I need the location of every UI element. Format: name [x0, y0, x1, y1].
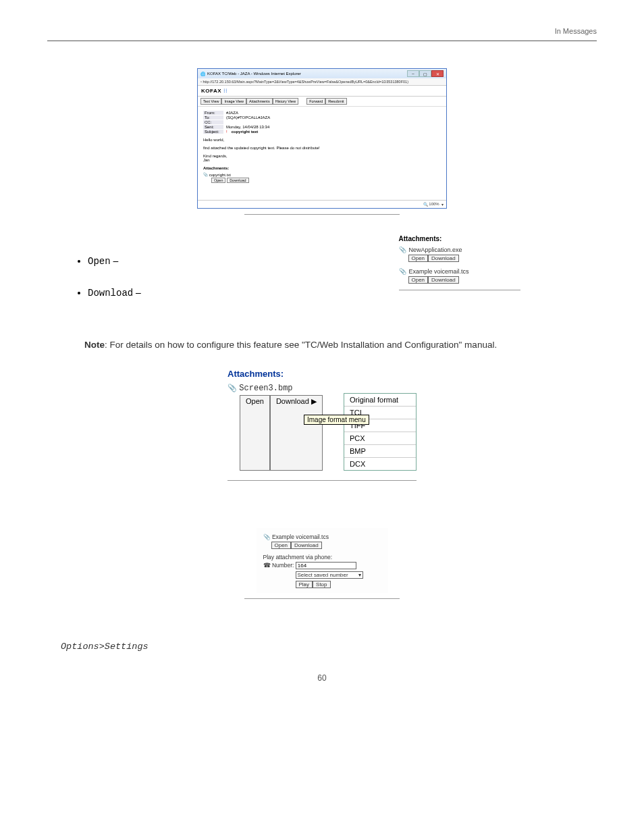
attachments-panel: Attachments: 📎NewApplication.exe OpenDow…	[399, 235, 520, 283]
format-option-dcx[interactable]: DCX	[344, 458, 416, 470]
tab-image-view[interactable]: Image View	[221, 98, 246, 105]
open-button[interactable]: Open	[408, 276, 429, 284]
ie-window: 🌐 KOFAX TC/Web - JAZA - Windows Internet…	[197, 68, 447, 209]
attachment-exe-name: NewApplication.exe	[409, 246, 462, 253]
paperclip-icon: 📎	[263, 533, 271, 540]
attachments-heading-2: Attachments:	[399, 235, 520, 242]
phone-icon: ☎	[263, 562, 271, 569]
voicemail-file-name: Example voicemail.tcs	[272, 533, 329, 540]
window-title: KOFAX TC/Web - JAZA - Windows Internet E…	[207, 72, 301, 76]
download-button[interactable]: Download	[227, 178, 248, 183]
format-option-original[interactable]: Original format	[344, 394, 416, 407]
to-value: (SQA)#TOPCALL#JAZA	[226, 115, 270, 120]
open-button[interactable]: Open	[211, 178, 225, 183]
attachment-name: copyright.txt	[209, 173, 231, 177]
chevron-down-icon: ▾	[358, 572, 361, 578]
download-button[interactable]: Download	[428, 276, 459, 284]
brand-bar: KOFAX ⁞⁞	[198, 86, 446, 97]
note-label: Note	[84, 340, 105, 350]
attachments-heading: Attachments:	[203, 166, 441, 170]
note-body: : For details on how to configure this f…	[105, 340, 497, 350]
tab-history-view[interactable]: History View	[273, 98, 298, 105]
note-paragraph: Note: For details on how to configure th…	[84, 339, 560, 352]
format-panel: Attachments: 📎 Screen3.bmp Open Download…	[227, 369, 417, 471]
address-bar[interactable]: ▫ http://172.20.150.63/Main.aspx?MainTyp…	[198, 78, 446, 86]
number-input[interactable]	[296, 562, 356, 569]
download-button[interactable]: Download	[428, 255, 459, 262]
window-maximize-button[interactable]: ▢	[419, 70, 431, 77]
zoom-icon: 🔍	[423, 202, 428, 207]
saved-number-select[interactable]: Select saved number▾	[296, 571, 363, 579]
subject-label: Subject:	[203, 130, 223, 134]
tab-text-view[interactable]: Text View	[200, 98, 221, 105]
to-label: To:	[203, 115, 223, 120]
paperclip-icon: 📎	[399, 246, 406, 253]
from-label: From:	[203, 111, 223, 115]
paperclip-icon: 📎	[203, 173, 208, 177]
paperclip-icon: 📎	[399, 268, 406, 275]
tab-attachments[interactable]: Attachments	[246, 98, 273, 105]
subject-value: copyright text	[232, 130, 259, 134]
download-button[interactable]: Download ▶	[270, 395, 323, 471]
message-line-1: Hello world,	[203, 138, 441, 142]
status-bar: 🔍 100% ▾	[198, 200, 446, 208]
page-number: 60	[47, 673, 597, 683]
message-line-4: Jan	[203, 158, 441, 162]
header-rule	[47, 41, 597, 41]
sent-value: Monday, 14/04/28 13:34	[226, 125, 269, 129]
attachments-heading-3: Attachments:	[227, 369, 417, 379]
open-button[interactable]: Open	[271, 542, 292, 549]
window-titlebar: 🌐 KOFAX TC/Web - JAZA - Windows Internet…	[198, 69, 446, 78]
sent-label: Sent:	[203, 125, 223, 129]
action-list: Open – Download –	[88, 255, 322, 298]
open-button[interactable]: Open	[408, 255, 429, 262]
page-icon: ▫	[200, 80, 202, 84]
stop-button[interactable]: Stop	[313, 581, 330, 588]
list-item-open: Open –	[88, 255, 322, 267]
list-item-download: Download –	[88, 287, 322, 298]
format-option-bmp[interactable]: BMP	[344, 445, 416, 458]
window-minimize-button[interactable]: –	[407, 70, 419, 77]
zoom-value: 100%	[429, 202, 439, 207]
attachment-tcs-name: Example voicemail.tcs	[409, 268, 469, 275]
settings-path: Options>Settings	[61, 642, 149, 652]
paperclip-icon: 📎	[227, 384, 237, 392]
tooltip: Image format menu	[304, 415, 369, 425]
message-line-2: find attached the updated copyright text…	[203, 146, 441, 150]
resubmit-button[interactable]: Resubmit	[325, 98, 346, 105]
from-value: #JAZA	[226, 111, 238, 115]
window-close-button[interactable]: ✕	[431, 70, 444, 77]
open-button[interactable]: Open	[240, 395, 270, 471]
settings-path-line: Options>Settings	[61, 640, 597, 654]
voicemail-panel: 📎 Example voicemail.tcs OpenDownload Pla…	[257, 528, 388, 593]
play-button[interactable]: Play	[296, 581, 313, 588]
format-menu: Original format TCI Image format menu TI…	[344, 393, 417, 471]
format-option-tci[interactable]: TCI Image format menu	[344, 407, 416, 419]
ie-icon: 🌐	[200, 72, 205, 76]
format-option-pcx[interactable]: PCX	[344, 432, 416, 445]
play-via-phone-label: Play attachment via phone:	[263, 554, 381, 561]
arrow-right-icon: ▶	[311, 397, 317, 405]
header-section: In Messages	[555, 27, 597, 35]
download-button[interactable]: Download	[291, 542, 322, 549]
forward-button[interactable]: Forward	[306, 98, 325, 105]
cc-label: CC:	[203, 120, 223, 124]
priority-icon: !	[226, 130, 227, 134]
url-text: http://172.20.150.63/Main.aspx?MainType=…	[203, 80, 408, 84]
number-label: Number:	[272, 562, 294, 569]
attachment-bmp-name: Screen3.bmp	[239, 384, 292, 393]
